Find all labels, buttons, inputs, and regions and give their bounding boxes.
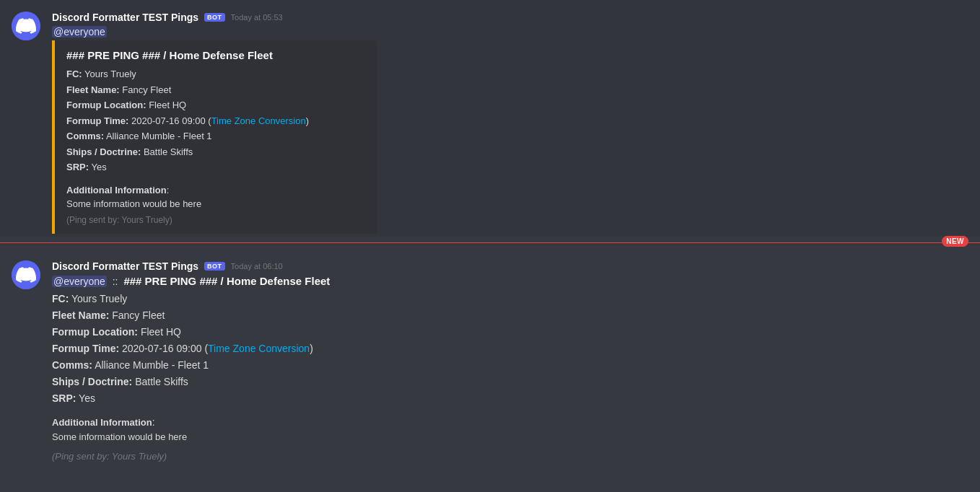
embed-1: ### PRE PING ### / Home Defense Fleet FC…: [52, 40, 377, 234]
embed-field-formuploc-1: Formup Location: Fleet HQ: [66, 98, 365, 113]
embed-gap-1: [66, 176, 365, 183]
timezone-link-1[interactable]: Time Zone Conversion: [211, 115, 306, 126]
embed-field-formuptime-1: Formup Time: 2020-07-16 09:00 (Time Zone…: [66, 114, 365, 128]
embed-value-formuploc-2: Fleet HQ: [141, 326, 181, 338]
embed-label-additional-2: Additional Information: [52, 417, 152, 428]
embed-additional-colon-2: :: [152, 416, 155, 428]
embed-value-formuptime-close-1: ): [306, 115, 309, 126]
embed-field-srp-2: SRP: Yes: [52, 391, 968, 406]
mention-everyone-1: @everyone: [52, 26, 107, 38]
embed-value-srp-2: Yes: [79, 392, 95, 404]
mention-line-1: @everyone: [52, 26, 968, 38]
message-header-1: Discord Formatter TEST Pings BOT Today a…: [52, 12, 968, 23]
embed-field-fc-2: FC: Yours Truely: [52, 291, 968, 307]
message-body-2: FC: Yours Truely Fleet Name: Fancy Fleet…: [52, 291, 968, 462]
embed-label-fleetname-2: Fleet Name:: [52, 309, 109, 321]
embed-label-fc-2: FC:: [52, 293, 69, 304]
separator-2: ::: [113, 276, 121, 287]
embed-label-srp-2: SRP:: [52, 392, 76, 404]
embed-value-fleetname-1: Fancy Fleet: [122, 84, 171, 95]
embed-value-formuptime-1: 2020-07-16 09:00 (: [131, 115, 211, 126]
message-group-1: Discord Formatter TEST Pings BOT Today a…: [0, 0, 980, 237]
embed-field-comms-1: Comms: Alliance Mumble - Fleet 1: [66, 129, 365, 144]
embed-field-fleetname-1: Fleet Name: Fancy Fleet: [66, 83, 365, 97]
message-group-2: Discord Formatter TEST Pings BOT Today a…: [0, 249, 980, 465]
new-divider: NEW: [0, 242, 980, 243]
embed-title-1: ### PRE PING ### / Home Defense Fleet: [66, 49, 365, 61]
embed-additional-colon-1: :: [167, 185, 170, 196]
embed-value-srp-1: Yes: [91, 162, 106, 172]
embed-value-fc-1: Yours Truely: [84, 69, 136, 79]
avatar-1: [12, 12, 40, 40]
inline-title-2: ### PRE PING ### / Home Defense Fleet: [123, 275, 330, 287]
embed-value-formuploc-1: Fleet HQ: [149, 100, 186, 110]
messages-container: Discord Formatter TEST Pings BOT Today a…: [0, 0, 980, 465]
embed-footer-1: (Ping sent by: Yours Truely): [66, 215, 365, 225]
embed-value-ships-2: Battle Skiffs: [135, 376, 188, 387]
embed-field-additional-2: Additional Information:: [52, 415, 968, 430]
mention-inline-line: @everyone :: ### PRE PING ### / Home Def…: [52, 275, 968, 287]
embed-label-ships-2: Ships / Doctrine:: [52, 376, 132, 387]
message-content-2: Discord Formatter TEST Pings BOT Today a…: [52, 260, 968, 462]
bot-badge-2: BOT: [204, 262, 225, 271]
embed-label-formuptime-2: Formup Time:: [52, 343, 119, 354]
message-header-2: Discord Formatter TEST Pings BOT Today a…: [52, 260, 968, 272]
embed-label-fc-1: FC:: [66, 69, 82, 79]
timestamp-1: Today at 05:53: [231, 13, 283, 22]
embed-value-formuptime-2: 2020-07-16 09:00 (: [122, 343, 208, 354]
embed-label-formuploc-1: Formup Location:: [66, 100, 146, 110]
timezone-link-2[interactable]: Time Zone Conversion: [208, 343, 310, 354]
embed-gap-2: [52, 408, 968, 415]
embed-field-comms-2: Comms: Alliance Mumble - Fleet 1: [52, 358, 968, 373]
username-2: Discord Formatter TEST Pings: [52, 260, 198, 272]
embed-additional-text-1: Some information would be here: [66, 198, 365, 209]
embed-value-comms-1: Alliance Mumble - Fleet 1: [106, 131, 212, 141]
ping-footer-2: (Ping sent by: Yours Truely): [52, 451, 968, 462]
embed-value-ships-1: Battle Skiffs: [144, 146, 193, 157]
embed-field-fleetname-2: Fleet Name: Fancy Fleet: [52, 308, 968, 323]
embed-field-formuptime-2: Formup Time: 2020-07-16 09:00 (Time Zone…: [52, 341, 968, 356]
username-1: Discord Formatter TEST Pings: [52, 12, 198, 23]
mention-everyone-2: @everyone: [52, 276, 107, 287]
avatar-2: [12, 260, 40, 289]
embed-value-fc-2: Yours Truely: [71, 293, 127, 304]
embed-field-ships-2: Ships / Doctrine: Battle Skiffs: [52, 374, 968, 390]
embed-label-formuptime-1: Formup Time:: [66, 115, 128, 126]
embed-value-comms-2: Alliance Mumble - Fleet 1: [95, 359, 209, 371]
embed-label-comms-2: Comms:: [52, 359, 92, 371]
timestamp-2: Today at 06:10: [231, 262, 283, 271]
embed-value-fleetname-2: Fancy Fleet: [112, 309, 165, 321]
embed-field-srp-1: SRP: Yes: [66, 160, 365, 175]
embed-label-additional-1: Additional Information: [66, 185, 167, 196]
embed-field-fc-1: FC: Yours Truely: [66, 67, 365, 82]
embed-field-ships-1: Ships / Doctrine: Battle Skiffs: [66, 145, 365, 159]
embed-label-formuploc-2: Formup Location:: [52, 326, 138, 338]
embed-value-formuptime-close-2: ): [310, 343, 313, 354]
message-content-1: Discord Formatter TEST Pings BOT Today a…: [52, 12, 968, 234]
embed-field-additional-1: Additional Information:: [66, 183, 365, 198]
embed-label-ships-1: Ships / Doctrine:: [66, 146, 141, 157]
embed-label-fleetname-1: Fleet Name:: [66, 84, 120, 95]
discord-avatar-icon: [12, 12, 40, 40]
embed-label-srp-1: SRP:: [66, 162, 89, 172]
new-badge: NEW: [942, 236, 968, 247]
bot-badge-1: BOT: [204, 13, 225, 22]
embed-field-formuploc-2: Formup Location: Fleet HQ: [52, 325, 968, 340]
embed-label-comms-1: Comms:: [66, 131, 104, 141]
discord-avatar-icon-2: [12, 260, 40, 289]
embed-additional-text-2: Some information would be here: [52, 431, 968, 442]
